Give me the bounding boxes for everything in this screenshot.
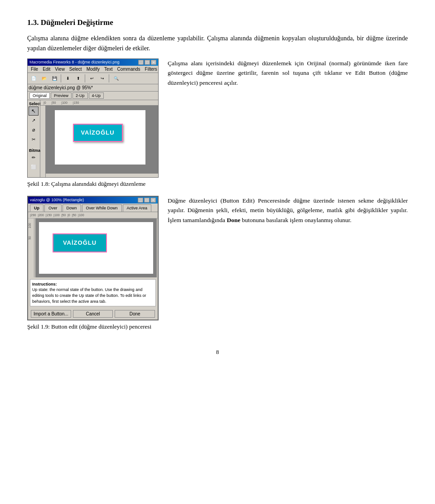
btn-edit-instructions-title: Instructions:	[32, 282, 57, 286]
fw-canvas-row: VAİZOĞLU	[40, 106, 158, 177]
fw-pointer-tool[interactable]: ↖	[29, 107, 39, 116]
btn-tab-over[interactable]: Over	[44, 204, 62, 212]
fw-tools-panel: Select ↖ ↗ ⌀ ✂ Bitmap ✏ ⬜	[28, 100, 40, 177]
desc-2-text: Düğme düzenleyici (Button Edit) Penceres…	[168, 196, 408, 225]
fw-toolbar: 📄 📂 💾 ⬇ ⬆ ↩ ↪ 🔍	[28, 73, 158, 84]
fw-minimize-btn[interactable]: _	[138, 60, 144, 65]
fw-zoom-btn[interactable]: 🔍	[111, 74, 121, 83]
fw-ruler-top: |0 |50 |100 |150	[40, 100, 158, 106]
fw-select-label: Select	[29, 101, 39, 107]
btn-edit-instructions-text: Up state: the normal state of the button…	[32, 287, 146, 303]
fw-menu-select[interactable]: Select	[67, 66, 84, 72]
fw-canvas-wrapper: |0 |50 |100 |150 VAİZO	[40, 100, 158, 177]
fw-open-btn[interactable]: 📂	[39, 74, 49, 83]
fw-redo-btn[interactable]: ↪	[97, 74, 107, 83]
fw-save-btn[interactable]: 💾	[49, 74, 59, 83]
intro-paragraph: Çalışma alanına düğme eklendikten sonra …	[27, 34, 408, 54]
fw-export-btn[interactable]: ⬆	[73, 74, 83, 83]
figure-2-caption: Şekil 1.9: Button edit (düğme düzenleyic…	[27, 323, 159, 330]
fw-menu-modify[interactable]: Modify	[84, 66, 102, 72]
btn-tab-down[interactable]: Down	[63, 204, 81, 212]
btn-edit-titlebar: vaizoglu @ 100% (Rectangle) _ □ ×	[28, 197, 158, 204]
fw-tab-2up[interactable]: 2-Up	[72, 92, 88, 99]
btn-done-button[interactable]: Done	[115, 310, 155, 318]
btn-cancel-button[interactable]: Cancel	[73, 310, 113, 318]
fw-menu-view[interactable]: View	[53, 66, 67, 72]
fw-subselect-tool[interactable]: ↗	[29, 116, 39, 125]
fw-menu-commands[interactable]: Commands	[115, 66, 142, 72]
fw-undo-btn[interactable]: ↩	[87, 74, 97, 83]
fw-bitmap-label: Bitmap	[29, 148, 39, 153]
desc-1-text: Çalışma alanı içerisindeki düğmeyi düzen…	[168, 58, 408, 88]
fw-ruler-left	[40, 106, 46, 177]
fw-titlebar: Macromedia Fireworks 8 - düğme düzenleyi…	[28, 59, 158, 66]
fw-menu-file[interactable]: File	[29, 66, 40, 72]
fw-tab-preview[interactable]: Preview	[51, 92, 72, 99]
fw-canvas: VAİZOĞLU	[46, 106, 158, 174]
desc-2-part2: butonuna basılarak işlem onaylanmış olun…	[240, 217, 351, 223]
fw-body: Select ↖ ↗ ⌀ ✂ Bitmap ✏ ⬜ |0	[28, 100, 158, 177]
fw-import-btn[interactable]: ⬇	[63, 74, 73, 83]
fw-toolbar-sep-3	[109, 74, 110, 82]
section-title: 1.3. Düğmeleri Değiştirme	[27, 18, 408, 27]
fw-new-btn[interactable]: 📄	[29, 74, 39, 83]
figure-1-description: Çalışma alanı içerisindeki düğmeyi düzen…	[168, 58, 408, 92]
btn-edit-ruler-left: 100 50	[28, 218, 34, 277]
fw-tab-4up[interactable]: 4-Up	[89, 92, 104, 99]
desc-2-bold: Done	[227, 217, 240, 223]
btn-edit-canvas: VAİZOĞLU	[35, 218, 157, 277]
fw-menu-edit[interactable]: Edit	[40, 66, 53, 72]
btn-edit-footer: Import a Button... Cancel Done	[28, 308, 158, 320]
figure-2-screenshot: vaizoglu @ 100% (Rectangle) _ □ × Up Ove…	[27, 196, 159, 330]
fw-canvas-inner: VAİZOĞLU	[55, 110, 145, 165]
figure-1-caption: Şekil 1.8: Çalışma alanındaki düğmeyi dü…	[27, 180, 159, 188]
page-number: 8	[27, 349, 408, 356]
fw-eraser-tool[interactable]: ⬜	[29, 163, 39, 172]
fw-toolbar-sep-1	[61, 74, 62, 82]
btn-edit-instructions: Instructions: Up state: the normal state…	[30, 279, 156, 306]
fw-window-controls: _ □ ×	[138, 60, 156, 65]
figure-2-description: Düğme düzenleyici (Button Edit) Penceres…	[168, 196, 408, 230]
fw-menu-filters[interactable]: Filters	[143, 66, 160, 72]
fw-close-btn[interactable]: ×	[151, 60, 156, 65]
fw-toolbar-sep-2	[85, 74, 86, 82]
fw-pencil-tool[interactable]: ✏	[29, 153, 39, 162]
btn-edit-close[interactable]: ×	[150, 198, 156, 203]
btn-edit-canvas-inner: VAİZOĞLU	[39, 222, 153, 274]
btn-tab-up[interactable]: Up	[30, 204, 44, 212]
fw-crop-tool[interactable]: ✂	[29, 135, 39, 144]
fw-menu-text[interactable]: Text	[102, 66, 115, 72]
btn-import-button[interactable]: Import a Button...	[31, 310, 71, 318]
btn-edit-title: vaizoglu @ 100% (Rectangle)	[30, 198, 84, 202]
fw-tab-original[interactable]: Original	[29, 92, 50, 99]
btn-edit-ruler-top: |290 |200 |150 |100 |50 |0 |50 |100	[28, 212, 158, 218]
fw-doc-tab[interactable]: düğme düzenleyici.png @ 95%*	[28, 84, 158, 92]
btn-tab-over-while-down[interactable]: Over While Down	[82, 204, 122, 212]
fw-button-preview: VAİZOĞLU	[73, 124, 123, 142]
btn-edit-button-preview: VAİZOĞLU	[53, 233, 107, 252]
btn-edit-controls: _ □ ×	[138, 198, 156, 203]
btn-edit-minimize[interactable]: _	[138, 198, 143, 203]
btn-tab-active-area[interactable]: Active Area	[123, 204, 152, 212]
fw-menubar: File Edit View Select Modify Text Comman…	[28, 66, 158, 73]
fw-window-title: Macromedia Fireworks 8 - düğme düzenleyi…	[29, 60, 120, 64]
btn-edit-canvas-area: 100 50 VAİZOĞLU	[28, 218, 158, 277]
fw-lasso-tool[interactable]: ⌀	[29, 126, 39, 135]
fw-doc-tab-label: düğme düzenleyici.png @ 95%*	[29, 85, 93, 90]
btn-edit-maximize[interactable]: □	[144, 198, 150, 203]
fw-view-tabs: Original Preview 2-Up 4-Up	[28, 92, 158, 100]
btn-edit-tabs: Up Over Down Over While Down Active Area	[28, 204, 158, 212]
figure-1-screenshot: Macromedia Fireworks 8 - düğme düzenleyi…	[27, 58, 159, 188]
fw-maximize-btn[interactable]: □	[145, 60, 150, 65]
